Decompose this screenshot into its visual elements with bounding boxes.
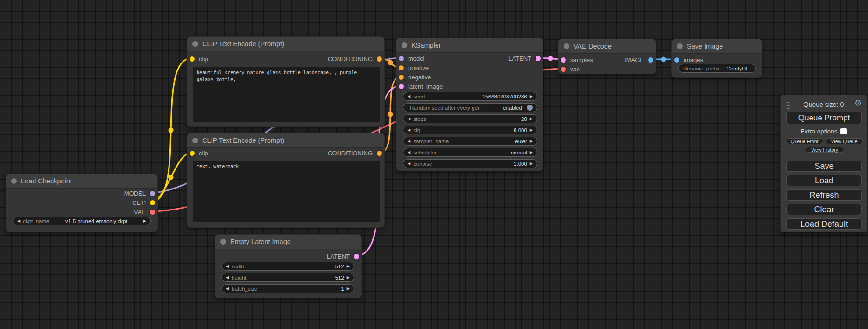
increment-arrow-icon[interactable]: ▶ <box>347 287 350 291</box>
input-slot-clip[interactable]: clip <box>190 148 208 158</box>
output-slot-conditioning[interactable]: CONDITIONING <box>328 148 382 158</box>
node-clip-text-encode-positive[interactable]: CLIP Text Encode (Prompt) clip CONDITION… <box>187 36 385 127</box>
clear-button[interactable]: Clear <box>786 204 862 215</box>
node-title-bar[interactable]: KSampler <box>396 38 543 53</box>
input-slot-latent-image[interactable]: latent_image <box>399 82 443 91</box>
seed-widget[interactable]: ◀ seed 156680208700286 ▶ <box>403 92 537 101</box>
decrement-arrow-icon[interactable]: ◀ <box>226 276 229 280</box>
filename-prefix-widget[interactable]: filename_prefix ComfyUI <box>678 64 756 73</box>
node-title-bar[interactable]: Empty Latent Image <box>215 235 361 249</box>
increment-arrow-icon[interactable]: ▶ <box>530 162 533 166</box>
load-button[interactable]: Load <box>786 175 862 186</box>
conditioning-slot-icon[interactable] <box>399 65 404 70</box>
view-queue-button[interactable]: View Queue <box>826 138 863 144</box>
collapse-dot-icon[interactable] <box>677 43 683 49</box>
node-save-image[interactable]: Save Image images filename_prefix ComfyU… <box>671 39 762 78</box>
save-button[interactable]: Save <box>786 161 862 172</box>
image-slot-icon[interactable] <box>648 57 653 63</box>
clip-slot-icon[interactable] <box>150 200 155 205</box>
latent-slot-icon[interactable] <box>536 56 541 61</box>
increment-arrow-icon[interactable]: ▶ <box>530 151 533 154</box>
extra-options-checkbox[interactable] <box>840 128 847 134</box>
scheduler-widget[interactable]: ◀ scheduler normal ▶ <box>403 148 537 157</box>
latent-slot-icon[interactable] <box>399 84 404 89</box>
increment-arrow-icon[interactable]: ▶ <box>143 219 146 223</box>
comfyui-canvas[interactable]: { "colors": { "MODEL": "#B39DDB", "CLIP"… <box>0 0 868 329</box>
node-clip-text-encode-negative[interactable]: CLIP Text Encode (Prompt) clip CONDITION… <box>187 133 385 228</box>
vae-slot-icon[interactable] <box>561 67 566 72</box>
node-load-checkpoint[interactable]: Load Checkpoint MODEL CLIP VAE ◀ ckpt_na… <box>6 174 158 232</box>
load-default-button[interactable]: Load Default <box>786 218 862 230</box>
input-slot-images[interactable]: images <box>674 55 703 64</box>
wire-dot[interactable] <box>661 57 666 62</box>
negative-prompt-textarea[interactable]: text, watermark <box>193 161 380 222</box>
decrement-arrow-icon[interactable]: ◀ <box>17 219 20 223</box>
height-widget[interactable]: ◀ height 512 ▶ <box>221 273 354 282</box>
node-empty-latent-image[interactable]: Empty Latent Image LATENT ◀ width 512 ▶ … <box>215 234 362 298</box>
latent-slot-icon[interactable] <box>354 254 359 259</box>
output-slot-vae[interactable]: VAE <box>134 207 155 217</box>
clip-slot-icon[interactable] <box>190 56 195 62</box>
output-slot-latent[interactable]: LATENT <box>508 54 541 63</box>
collapse-dot-icon[interactable] <box>192 138 198 143</box>
increment-arrow-icon[interactable]: ▶ <box>530 128 533 132</box>
wire-dot[interactable] <box>169 175 174 180</box>
output-slot-clip[interactable]: CLIP <box>132 198 155 207</box>
output-slot-model[interactable]: MODEL <box>124 189 155 198</box>
decrement-arrow-icon[interactable]: ◀ <box>408 117 410 121</box>
latent-slot-icon[interactable] <box>561 57 566 63</box>
clip-slot-icon[interactable] <box>190 151 195 156</box>
collapse-dot-icon[interactable] <box>192 41 198 47</box>
settings-gear-icon[interactable]: ⚙ <box>854 99 862 107</box>
model-slot-icon[interactable] <box>150 191 155 196</box>
decrement-arrow-icon[interactable]: ◀ <box>408 128 410 132</box>
ckpt-name-widget[interactable]: ◀ ckpt_name v1-5-pruned-emaonly.ckpt ▶ <box>13 217 151 225</box>
input-slot-positive[interactable]: positive <box>399 63 429 72</box>
input-slot-samples[interactable]: samples <box>561 55 593 64</box>
increment-arrow-icon[interactable]: ▶ <box>530 95 533 98</box>
batch-size-widget[interactable]: ◀ batch_size 1 ▶ <box>221 284 354 293</box>
node-ksampler[interactable]: KSampler model positive negative latent_… <box>396 38 543 171</box>
image-slot-icon[interactable] <box>674 57 679 63</box>
increment-arrow-icon[interactable]: ▶ <box>347 276 350 280</box>
node-title-bar[interactable]: CLIP Text Encode (Prompt) <box>187 133 384 148</box>
input-slot-negative[interactable]: negative <box>399 72 431 82</box>
queue-prompt-button[interactable]: Queue Prompt <box>786 112 862 124</box>
output-slot-image[interactable]: IMAGE <box>624 55 653 64</box>
node-title-bar[interactable]: VAE Decode <box>558 39 656 54</box>
collapse-dot-icon[interactable] <box>220 239 226 245</box>
toggle-circle-icon[interactable] <box>527 105 533 111</box>
steps-widget[interactable]: ◀ steps 20 ▶ <box>403 114 537 123</box>
collapse-dot-icon[interactable] <box>564 43 569 49</box>
vae-slot-icon[interactable] <box>150 210 155 215</box>
wire-dot[interactable] <box>388 112 393 117</box>
input-slot-model[interactable]: model <box>399 54 424 63</box>
queue-front-button[interactable]: Queue Front <box>786 138 823 144</box>
increment-arrow-icon[interactable]: ▶ <box>530 117 533 121</box>
input-slot-vae[interactable]: vae <box>561 64 580 74</box>
increment-arrow-icon[interactable]: ▶ <box>347 265 350 268</box>
random-seed-toggle-widget[interactable]: Random seed after every gen enabled <box>403 103 537 112</box>
node-vae-decode[interactable]: VAE Decode samples vae IMAGE <box>558 39 656 74</box>
cfg-widget[interactable]: ◀ cfg 8.000 ▶ <box>403 126 537 134</box>
decrement-arrow-icon[interactable]: ◀ <box>408 162 410 166</box>
conditioning-slot-icon[interactable] <box>377 151 382 156</box>
collapse-dot-icon[interactable] <box>11 178 17 184</box>
refresh-button[interactable]: Refresh <box>786 189 862 201</box>
queue-panel[interactable]: Queue size: 0 ⚙ Queue Prompt Extra optio… <box>780 95 867 232</box>
collapse-dot-icon[interactable] <box>402 42 407 48</box>
sampler-name-widget[interactable]: ◀ sampler_name euler ▶ <box>403 137 537 146</box>
node-title-bar[interactable]: Save Image <box>672 39 762 54</box>
denoise-widget[interactable]: ◀ denoise 1.000 ▶ <box>403 159 537 168</box>
output-slot-latent[interactable]: LATENT <box>327 252 359 261</box>
model-slot-icon[interactable] <box>399 56 404 61</box>
conditioning-slot-icon[interactable] <box>399 75 404 80</box>
wire-dot[interactable] <box>169 128 174 133</box>
view-history-button[interactable]: View History <box>805 147 844 153</box>
decrement-arrow-icon[interactable]: ◀ <box>408 95 410 98</box>
node-title-bar[interactable]: CLIP Text Encode (Prompt) <box>187 37 384 51</box>
wire-dot[interactable] <box>388 60 393 65</box>
input-slot-clip[interactable]: clip <box>190 54 208 63</box>
decrement-arrow-icon[interactable]: ◀ <box>408 140 410 143</box>
decrement-arrow-icon[interactable]: ◀ <box>226 265 229 268</box>
